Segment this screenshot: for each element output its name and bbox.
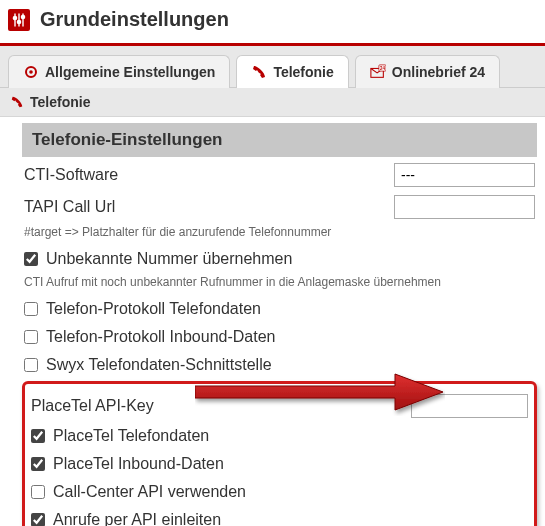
svg-point-5 [21,15,24,18]
check-unknown-number[interactable]: Unbekannte Nummer übernehmen [22,245,537,273]
checkbox[interactable] [24,252,38,266]
check-placetel-inbound[interactable]: PlaceTel Inbound-Daten [29,450,530,478]
checkbox[interactable] [31,513,45,526]
checkbox[interactable] [31,429,45,443]
panel-body: Telefonie-Einstellungen CTI-Software TAP… [0,117,545,526]
section-title: Telefonie [30,94,90,110]
check-label: Swyx Telefondaten-Schnittstelle [46,356,272,374]
settings-sliders-icon [8,9,30,31]
mail-badge-icon: 24 [370,64,386,80]
svg-point-3 [17,20,20,23]
tab-bar: Allgemeine Einstellungen Telefonie 24 On… [0,46,545,88]
check-label: Telefon-Protokoll Inbound-Daten [46,328,275,346]
page-title: Grundeinstellungen [40,8,229,31]
row-tapi-url: TAPI Call Url [22,191,537,223]
tab-telephony[interactable]: Telefonie [236,55,348,88]
section-title-bar: Telefonie [0,88,545,117]
checkbox[interactable] [31,457,45,471]
highlight-box: PlaceTel API-Key PlaceTel Telefondaten P… [22,381,537,526]
svg-point-7 [29,70,33,74]
tab-label: Telefonie [273,64,333,80]
placetel-api-key-label: PlaceTel API-Key [31,397,411,415]
tapi-url-input[interactable] [394,195,535,219]
check-swyx[interactable]: Swyx Telefondaten-Schnittstelle [22,351,537,379]
gear-icon [23,64,39,80]
tab-label: Onlinebrief 24 [392,64,485,80]
checkbox[interactable] [24,358,38,372]
check-anrufe-api[interactable]: Anrufe per API einleiten [29,506,530,526]
row-placetel-api-key: PlaceTel API-Key [29,390,530,422]
check-label: PlaceTel Telefondaten [53,427,209,445]
hint-cti-unknown: CTI Aufruf mit noch unbekannter Rufnumme… [22,273,537,295]
phone-icon [251,64,267,80]
tapi-url-label: TAPI Call Url [24,198,394,216]
check-placetel-telefondaten[interactable]: PlaceTel Telefondaten [29,422,530,450]
sub-header: Telefonie-Einstellungen [22,123,537,157]
checkbox[interactable] [24,302,38,316]
checkbox[interactable] [31,485,45,499]
svg-point-1 [13,16,16,19]
tab-label: Allgemeine Einstellungen [45,64,215,80]
phone-icon [10,95,24,109]
cti-software-label: CTI-Software [24,166,394,184]
row-cti-software: CTI-Software [22,159,537,191]
cti-software-input[interactable] [394,163,535,187]
tab-general-settings[interactable]: Allgemeine Einstellungen [8,55,230,88]
checkbox[interactable] [24,330,38,344]
page-header: Grundeinstellungen [0,0,545,46]
svg-text:24: 24 [380,66,385,71]
placetel-api-key-input[interactable] [411,394,528,418]
check-label: PlaceTel Inbound-Daten [53,455,224,473]
tab-onlinebrief[interactable]: 24 Onlinebrief 24 [355,55,500,88]
check-label: Anrufe per API einleiten [53,511,221,526]
check-protokoll-inbound[interactable]: Telefon-Protokoll Inbound-Daten [22,323,537,351]
check-label: Telefon-Protokoll Telefondaten [46,300,261,318]
hint-target: #target => Platzhalter für die anzurufen… [22,223,537,245]
check-label: Unbekannte Nummer übernehmen [46,250,292,268]
check-protokoll-telefondaten[interactable]: Telefon-Protokoll Telefondaten [22,295,537,323]
check-callcenter-api[interactable]: Call-Center API verwenden [29,478,530,506]
check-label: Call-Center API verwenden [53,483,246,501]
